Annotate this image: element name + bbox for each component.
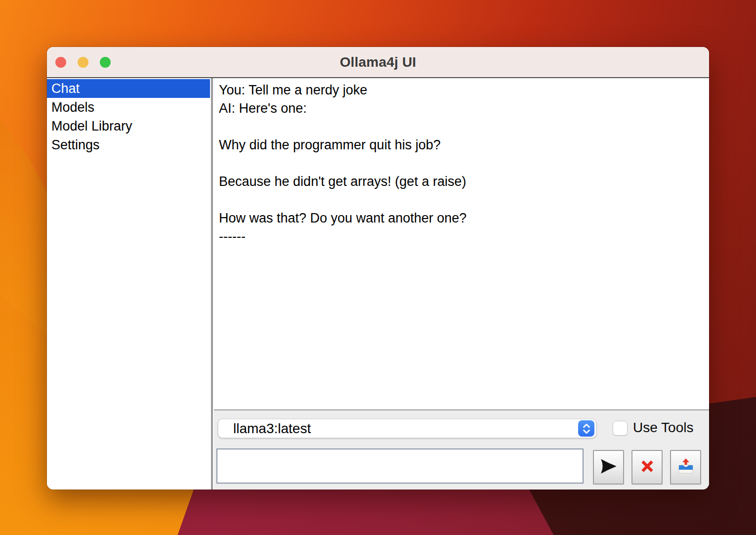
red-x-icon [639, 458, 656, 477]
composer-panel: llama3:latest Use Tools [214, 410, 709, 490]
close-button[interactable] [55, 57, 66, 68]
sidebar-item-models[interactable]: Models [47, 98, 210, 117]
send-button[interactable] [593, 450, 624, 485]
sidebar-item-model-library[interactable]: Model Library [47, 117, 210, 135]
chat-transcript[interactable]: You: Tell me a nerdy joke AI: Here's one… [214, 78, 709, 410]
sidebar-nav: Chat Models Model Library Settings [47, 78, 210, 490]
chevron-up-down-icon [578, 420, 594, 437]
use-tools-label: Use Tools [633, 420, 693, 436]
message-input[interactable] [216, 448, 584, 484]
sidebar-item-chat[interactable]: Chat [47, 79, 210, 98]
split-divider[interactable] [210, 78, 214, 490]
model-select-value: llama3:latest [233, 421, 311, 436]
zoom-button[interactable] [100, 57, 111, 68]
titlebar[interactable]: Ollama4j UI [47, 47, 709, 78]
traffic-lights [55, 47, 111, 77]
cancel-button[interactable] [631, 450, 663, 485]
app-window: Ollama4j UI Chat Models Model Library Se… [47, 47, 709, 490]
main-panel: You: Tell me a nerdy joke AI: Here's one… [214, 78, 709, 490]
desktop: Ollama4j UI Chat Models Model Library Se… [0, 0, 756, 535]
upload-tray-icon [677, 458, 695, 477]
window-body: Chat Models Model Library Settings You: … [47, 78, 709, 490]
minimize-button[interactable] [78, 57, 88, 68]
sidebar-item-settings[interactable]: Settings [47, 135, 210, 154]
upload-button[interactable] [670, 450, 701, 485]
send-arrow-icon [600, 458, 618, 477]
use-tools-checkbox[interactable] [613, 421, 628, 436]
window-title: Ollama4j UI [340, 54, 417, 70]
model-select-dropdown[interactable]: llama3:latest [218, 419, 596, 438]
